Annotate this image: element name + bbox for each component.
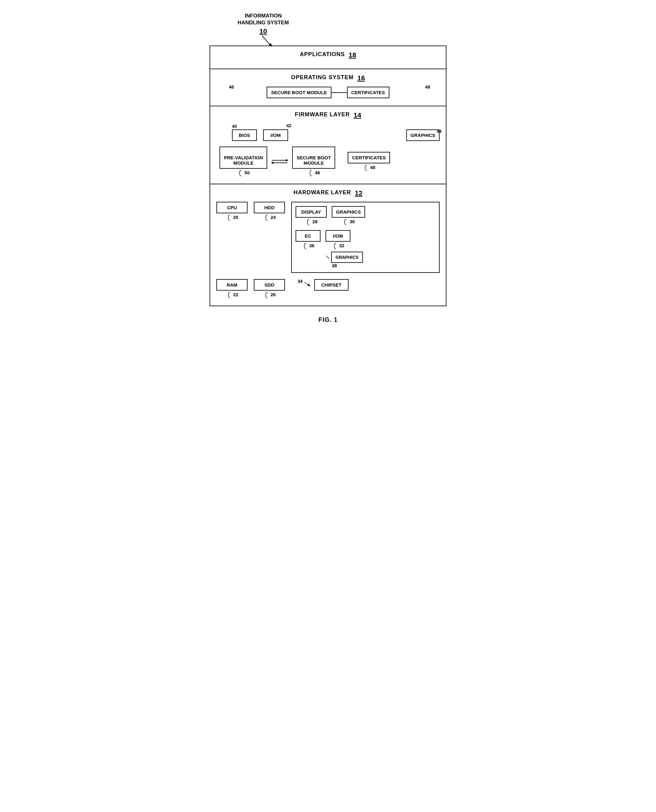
iom-graphics-container: I/OM 32 <box>325 230 363 269</box>
iom-container: 42 I/OM <box>263 129 288 141</box>
firmware-row1: 40 BIOS 42 I/OM 44 GRAPHICS <box>217 124 439 141</box>
firmware-title-row: FIRMWARE LAYER 14 <box>217 111 439 119</box>
hardware-top-row: CPU 20 HDD <box>217 202 439 273</box>
title-line1: INFORMATION <box>238 12 289 19</box>
nested-row1: DISPLAY 28 <box>296 206 435 225</box>
display-container: DISPLAY 28 <box>296 206 327 225</box>
os-certificates-box: CERTIFICATES <box>347 87 390 98</box>
iom-ref-label: 42 <box>286 123 291 128</box>
hw-iom-bracket <box>334 243 339 249</box>
fw-graphics-box: GRAPHICS <box>406 129 439 141</box>
bios-box: BIOS <box>232 129 257 141</box>
applications-layer: APPLICATIONS 18 <box>210 46 446 69</box>
fig-caption: FIG. 1 <box>209 316 447 323</box>
firmware-row2: PRE-VALIDATION MODULE 50 <box>217 147 439 176</box>
svg-marker-8 <box>308 283 311 286</box>
iom-box: I/OM <box>263 129 288 141</box>
fw-secure-boot-ref-label: 46 <box>315 170 320 175</box>
hardware-title-row: HARDWARE LAYER 12 <box>217 189 439 197</box>
hdd-bracket <box>265 215 270 221</box>
sdd-ref-label: 26 <box>271 292 276 297</box>
fw-secure-boot-bracket <box>309 170 314 176</box>
cpu-box: CPU <box>217 202 248 213</box>
chipset-box: CHIPSET <box>314 279 348 291</box>
os-secure-boot-module-box: SECURE BOOT MODULE <box>266 87 331 98</box>
applications-title: APPLICATIONS <box>300 51 345 58</box>
title-number: 10 <box>238 28 289 36</box>
sdd-bracket <box>265 292 270 298</box>
fw-certificates-ref-label: 48 <box>370 165 375 170</box>
os-layer: OPERATING SYSTEM 16 46 48 SECURE BOOT MO… <box>210 69 446 106</box>
firmware-number: 14 <box>354 111 361 119</box>
pre-validation-ref-label: 50 <box>244 170 250 175</box>
fw-graphics-container: 44 GRAPHICS <box>406 129 439 141</box>
hdd-ref-label: 24 <box>271 215 276 220</box>
hw-graphics-bottom-container: GRAPHICS 38 <box>325 252 363 269</box>
svg-marker-5 <box>271 161 274 164</box>
hw-graphics-bottom-box: GRAPHICS <box>331 252 363 263</box>
cpu-ref-label: 20 <box>233 215 238 220</box>
os-ref48-label: 48 <box>425 84 430 90</box>
ram-bracket <box>227 292 233 298</box>
ram-box: RAM <box>217 279 248 291</box>
graphics-top-ref-label: 30 <box>350 219 355 224</box>
ram-container: RAM 22 <box>217 279 248 298</box>
nested-row2: EC 36 <box>296 230 435 269</box>
cpu-bracket <box>227 215 233 221</box>
ec-ref-label: 36 <box>309 243 315 248</box>
hdd-container: HDD 24 <box>254 202 285 221</box>
fw-two-way-arrow <box>270 158 289 165</box>
hw-iom-box: I/OM <box>325 230 350 242</box>
chipset-arrow: 34 <box>297 279 313 288</box>
os-ref46-label: 46 <box>229 84 234 90</box>
chipset-area: 34 CHIPSET <box>291 279 439 291</box>
display-box: DISPLAY <box>296 206 327 218</box>
pre-validation-container: PRE-VALIDATION MODULE 50 <box>220 147 267 176</box>
hardware-number: 12 <box>355 189 362 197</box>
firmware-title: FIRMWARE LAYER <box>295 111 350 118</box>
os-secure-boot-module-text: SECURE BOOT MODULE <box>271 90 327 95</box>
two-way-arrow-svg <box>270 158 289 165</box>
page-container: INFORMATION HANDLING SYSTEM 10 APPLICATI… <box>209 12 447 323</box>
bios-container: 40 BIOS <box>232 124 257 141</box>
ec-bracket <box>304 243 309 249</box>
fw-secure-boot-container: SECURE BOOT MODULE 46 <box>292 147 335 176</box>
pre-validation-box: PRE-VALIDATION MODULE <box>220 147 267 169</box>
hw-graphics-bottom-arrow <box>325 255 330 260</box>
hw-graphics-top-box: GRAPHICS <box>332 206 365 218</box>
hw-iom-container: I/OM 32 <box>325 230 350 249</box>
main-diagram: APPLICATIONS 18 OPERATING SYSTEM 16 46 4… <box>209 45 447 306</box>
hardware-bottom-row: RAM 22 SDD <box>217 279 439 298</box>
hw-graphics-bottom-ref-label: 38 <box>332 263 337 268</box>
fw-certificates-box: CERTIFICATES <box>348 152 390 163</box>
fw-certificates-container: CERTIFICATES 48 <box>348 152 390 171</box>
fw-certificates-bracket <box>365 165 370 171</box>
fw-secure-boot-box: SECURE BOOT MODULE <box>292 147 335 169</box>
hw-graphics-top-container: GRAPHICS 30 <box>332 206 365 225</box>
ec-box: EC <box>296 230 320 242</box>
os-certificates-text: CERTIFICATES <box>351 90 385 95</box>
title-line2: HANDLING SYSTEM <box>238 19 289 26</box>
sdd-container: SDD 26 <box>254 279 285 298</box>
display-bracket <box>307 219 312 225</box>
hardware-layer: HARDWARE LAYER 12 CPU 20 <box>210 184 446 306</box>
cpu-container: CPU 20 <box>217 202 248 221</box>
ec-container: EC 36 <box>296 230 320 269</box>
bios-ref-label: 40 <box>232 124 237 129</box>
fw-graphics-ref-label: 44 <box>436 129 441 134</box>
os-title-row: OPERATING SYSTEM 16 <box>220 74 436 82</box>
ram-ref-label: 22 <box>233 292 238 297</box>
hardware-title: HARDWARE LAYER <box>294 189 351 196</box>
title-arrow <box>259 36 277 47</box>
os-number: 16 <box>357 74 365 82</box>
display-ref-label: 28 <box>313 219 318 224</box>
applications-title-row: APPLICATIONS 18 <box>217 51 439 59</box>
hw-iom-ref-label: 32 <box>339 243 345 248</box>
hdd-box: HDD <box>254 202 285 213</box>
svg-text:34: 34 <box>297 279 303 284</box>
sdd-box: SDD <box>254 279 285 291</box>
nested-hw-box: DISPLAY 28 <box>291 202 439 273</box>
pre-validation-bracket <box>239 170 244 176</box>
graphics-top-bracket <box>344 219 349 225</box>
os-title: OPERATING SYSTEM <box>291 74 354 81</box>
